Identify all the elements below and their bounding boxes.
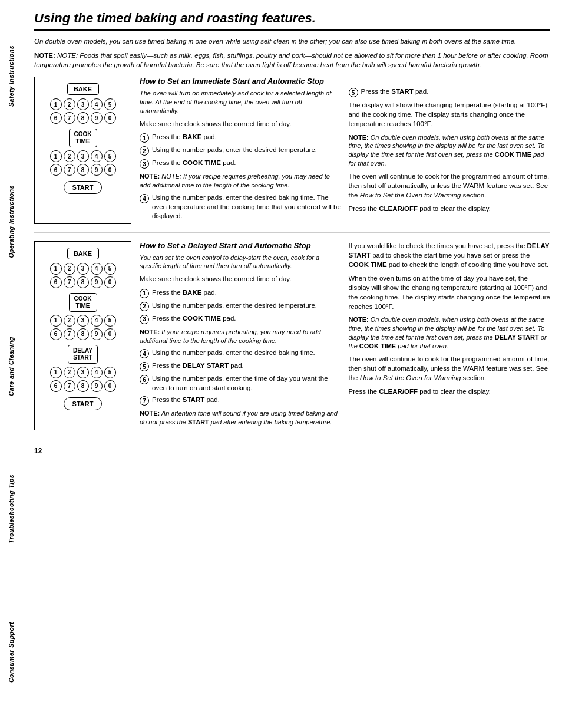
step1-1: 1 Press the BAKE pad. — [140, 133, 342, 143]
num-0: 0 — [104, 112, 116, 124]
main-note: NOTE: NOTE: Foods that spoil easily—such… — [34, 51, 550, 70]
num-row-2a: 1 2 3 4 5 — [50, 150, 116, 162]
section1-right: 5 Press the START pad. The display will … — [349, 77, 551, 223]
side-label-safety: Safety Instructions — [8, 41, 15, 111]
section2-right-para3: The oven will continue to cook for the p… — [349, 354, 551, 383]
num-row-2b: 6 7 8 9 0 — [50, 164, 116, 176]
delay-start-button-diagram: DELAY START — [68, 345, 98, 364]
step2-4: 4 Using the number pads, enter the desir… — [140, 348, 342, 358]
step2-6: 6 Using the number pads, enter the time … — [140, 374, 342, 393]
side-label-care: Care and Cleaning — [8, 332, 15, 401]
section1-right-para3: Press the CLEAR/OFF pad to clear the dis… — [349, 204, 551, 213]
bake-button-diagram2: BAKE — [67, 248, 99, 259]
side-label-consumer: Consumer Support — [8, 617, 15, 687]
step1-5: 5 Press the START pad. — [349, 87, 551, 97]
section2-make-sure: Make sure the clock shows the correct ti… — [140, 275, 342, 284]
num-row-4a: 1 2 3 4 5 — [50, 315, 116, 327]
section2-title: How to Set a Delayed Start and Automatic… — [140, 241, 342, 250]
section2-right-para2: When the oven turns on at the time of da… — [349, 274, 551, 311]
num-row-1a: 1 2 3 4 5 — [50, 98, 116, 110]
main-content: Using the timed baking and roasting feat… — [22, 0, 562, 728]
cook-time-button-diagram2: COOK TIME — [69, 293, 97, 312]
side-label-troubleshooting: Troubleshooting Tips — [8, 470, 15, 548]
section2-right-para4: Press the CLEAR/OFF pad to clear the dis… — [349, 387, 551, 396]
section-delayed-start: BAKE 1 2 3 4 5 6 7 8 9 0 COOK TIME 1 2 — [34, 241, 550, 439]
start-button-diagram2: START — [64, 397, 103, 410]
num-row-1b: 6 7 8 9 0 — [50, 112, 116, 124]
num-7: 7 — [64, 112, 75, 124]
section2-intro: You can set the oven control to delay-st… — [140, 253, 342, 271]
section1-right-para1: The display will show the changing tempe… — [349, 100, 551, 129]
num-9: 9 — [91, 112, 103, 124]
section1-note-preheating: NOTE: NOTE: If your recipe requires preh… — [140, 172, 342, 190]
num-3: 3 — [77, 98, 89, 110]
page-number: 12 — [34, 447, 550, 455]
step1-2: 2 Using the number pads, enter the desir… — [140, 146, 342, 156]
step2-1: 1 Press the BAKE pad. — [140, 288, 342, 298]
section1-right-para2: The oven will continue to cook for the p… — [349, 172, 551, 200]
cook-time-button-diagram: COOK TIME — [69, 129, 97, 147]
section2-left: How to Set a Delayed Start and Automatic… — [140, 241, 342, 431]
num-4: 4 — [91, 98, 103, 110]
section2-note-preheating: NOTE: If your recipe requires preheating… — [140, 328, 342, 345]
step2-2: 2 Using the number pads, enter the desir… — [140, 301, 342, 311]
section2-right-note: NOTE: On double oven models, when using … — [349, 315, 551, 350]
num-row-3b: 6 7 8 9 0 — [50, 276, 116, 288]
bake-button-diagram: BAKE — [67, 83, 99, 95]
section2-right-para1: If you would like to check the times you… — [349, 241, 551, 269]
num-row-4b: 6 7 8 9 0 — [50, 328, 116, 340]
step1-3: 3 Press the COOK TIME pad. — [140, 159, 342, 169]
num-6: 6 — [50, 112, 62, 124]
oven-diagram-2: BAKE 1 2 3 4 5 6 7 8 9 0 COOK TIME 1 2 — [34, 241, 131, 431]
num-8: 8 — [77, 112, 89, 124]
num-row-5b: 6 7 8 9 0 — [50, 380, 116, 392]
num-2: 2 — [64, 98, 75, 110]
step1-4: 4 Using the number pads, enter the desir… — [140, 193, 342, 221]
num-5: 5 — [104, 98, 116, 110]
oven-diagram-1: BAKE 1 2 3 4 5 6 7 8 9 0 COOK TIME 1 2 — [34, 77, 131, 223]
section1-instructions: How to Set an Immediate Start and Automa… — [140, 77, 550, 223]
step2-3: 3 Press the COOK TIME pad. — [140, 314, 342, 324]
section1-make-sure: Make sure the clock shows the correct ti… — [140, 120, 342, 129]
side-label-operating: Operating Instructions — [8, 180, 15, 263]
num-row-3a: 1 2 3 4 5 — [50, 263, 116, 275]
step2-7: 7 Press the START pad. — [140, 396, 342, 406]
page-title: Using the timed baking and roasting feat… — [34, 11, 550, 31]
section2-right: If you would like to check the times you… — [349, 241, 551, 431]
section2-instructions: How to Set a Delayed Start and Automatic… — [140, 241, 550, 431]
section1-title: How to Set an Immediate Start and Automa… — [140, 77, 342, 85]
section1-right-note: NOTE: On double oven models, when using … — [349, 133, 551, 168]
section1-left: How to Set an Immediate Start and Automa… — [140, 77, 342, 223]
side-navigation: Safety Instructions Operating Instructio… — [0, 0, 22, 728]
num-row-5a: 1 2 3 4 5 — [50, 367, 116, 378]
step2-5: 5 Press the DELAY START pad. — [140, 361, 342, 371]
intro-paragraph: On double oven models, you can use timed… — [34, 37, 550, 46]
section-immediate-start: BAKE 1 2 3 4 5 6 7 8 9 0 COOK TIME 1 2 — [34, 77, 550, 232]
start-button-diagram: START — [64, 181, 103, 194]
section1-intro: The oven will turn on immediately and co… — [140, 89, 342, 116]
section2-note-attention: NOTE: An attention tone will sound if yo… — [140, 409, 342, 427]
num-1: 1 — [50, 98, 62, 110]
